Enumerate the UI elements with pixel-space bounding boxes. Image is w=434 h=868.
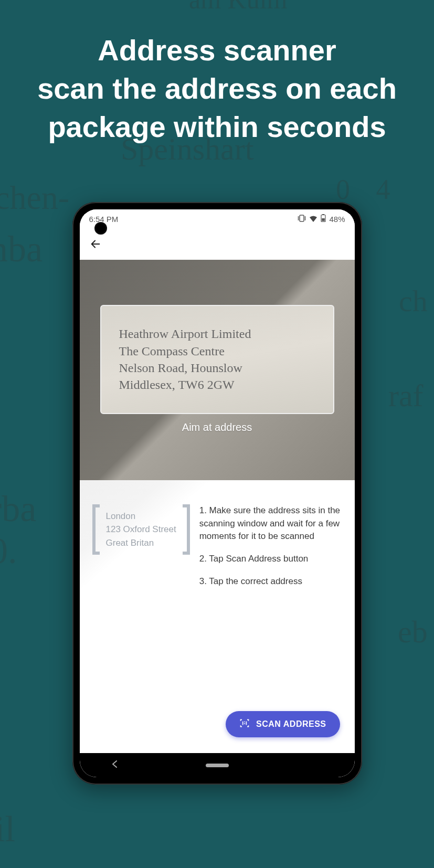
wifi-icon <box>309 215 317 224</box>
battery-icon <box>321 214 326 224</box>
bracket-right-icon <box>183 504 190 555</box>
phone-frame: 6:54 PM 48% Heathrow Airport Li <box>72 202 362 785</box>
scan-icon <box>239 718 250 731</box>
bracket-left-icon <box>92 504 100 555</box>
instruction-step-3: 3. Tap the correct address <box>199 575 342 588</box>
scanned-line-4: Middlesex, TW6 2GW <box>119 376 315 393</box>
back-button[interactable] <box>88 237 103 251</box>
status-time: 6:54 PM <box>89 215 119 224</box>
svg-rect-5 <box>322 218 325 221</box>
promo-headline: Address scanner scan the address on each… <box>0 0 434 146</box>
example-line-2: 123 Oxford Street <box>106 523 176 536</box>
status-bar: 6:54 PM 48% <box>80 209 355 228</box>
app-bar <box>80 228 355 260</box>
instruction-step-1: 1. Make sure the address sits in the sca… <box>199 504 342 543</box>
instruction-step-2: 2. Tap Scan Address button <box>199 553 342 566</box>
android-nav-bar <box>80 753 355 777</box>
scan-window: Heathrow Airport Limited The Compass Cen… <box>100 305 334 414</box>
scanned-line-3: Nelson Road, Hounslow <box>119 359 315 376</box>
arrow-left-icon <box>90 238 101 250</box>
example-address: London 123 Oxford Street Great Britan <box>92 504 190 555</box>
scan-button-label: SCAN ADDRESS <box>256 719 326 729</box>
instructions: 1. Make sure the address sits in the sca… <box>199 504 342 740</box>
scan-address-button[interactable]: SCAN ADDRESS <box>226 711 340 737</box>
vibrate-icon <box>298 215 306 224</box>
aim-hint: Aim at address <box>182 421 252 433</box>
lower-panel: London 123 Oxford Street Great Britan 1.… <box>80 480 355 753</box>
phone-screen: 6:54 PM 48% Heathrow Airport Li <box>80 209 355 777</box>
scanned-line-1: Heathrow Airport Limited <box>119 325 315 342</box>
example-line-1: London <box>106 510 176 523</box>
nav-back-icon[interactable] <box>111 760 119 770</box>
battery-percent: 48% <box>329 215 345 224</box>
svg-rect-0 <box>300 215 304 221</box>
nav-home-pill[interactable] <box>206 764 229 767</box>
camera-hole <box>94 222 107 235</box>
example-line-3: Great Britan <box>106 536 176 550</box>
camera-preview: Heathrow Airport Limited The Compass Cen… <box>80 260 355 480</box>
scanned-line-2: The Compass Centre <box>119 343 315 359</box>
